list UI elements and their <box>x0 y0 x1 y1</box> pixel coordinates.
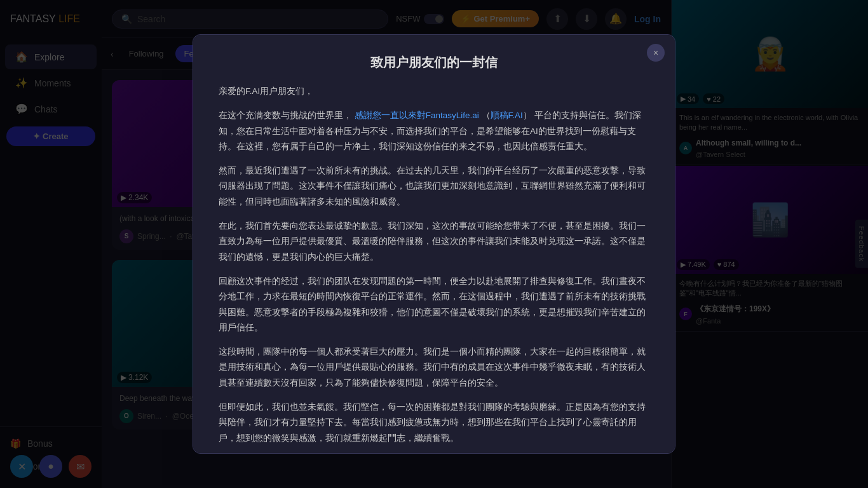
modal-link-1[interactable]: 感謝您一直以來對FantasyLife.ai <box>355 111 479 120</box>
modal-para-4: 回顧这次事件的经过，我们的团队在发现問題的第一時間，便全力以赴地展開了排查與修復… <box>219 274 649 336</box>
modal-link-2[interactable]: 順稿F.AI <box>491 111 523 120</box>
modal-close-button[interactable]: × <box>647 44 665 62</box>
close-icon: × <box>653 48 658 58</box>
modal-para-2: 然而，最近我们遭遇了一次前所未有的挑战。在过去的几天里，我们的平台经历了一次嚴重… <box>219 163 649 210</box>
modal-overlay: × 致用户朋友们的一封信 亲爱的F.AI用户朋友们， 在这个充满变数与挑战的世界… <box>0 0 868 488</box>
modal-dialog: × 致用户朋友们的一封信 亲爱的F.AI用户朋友们， 在这个充满变数与挑战的世界… <box>193 34 675 454</box>
modal-title: 致用户朋友们的一封信 <box>219 54 649 71</box>
modal-para-5: 这段時間，團隊中的每一個人都承受著巨大的壓力。我们是一個小而精的團隊，大家在一起… <box>219 344 649 391</box>
modal-para-3: 在此，我们首先要向您表达最诚挚的歉意。我们深知，这次的事故可能给您带来了不便，甚… <box>219 219 649 265</box>
modal-para-6: 但即便如此，我们也並未氣餒。我们堅信，每一次的困難都是對我们團隊的考驗與磨練。正… <box>219 400 649 446</box>
modal-body: 亲爱的F.AI用户朋友们， 在这个充满变数与挑战的世界里， 感謝您一直以來對Fa… <box>219 84 649 454</box>
modal-para-1: 在这个充满变数与挑战的世界里， 感謝您一直以來對FantasyLife.ai （… <box>219 108 649 154</box>
modal-para-0: 亲爱的F.AI用户朋友们， <box>219 84 649 99</box>
